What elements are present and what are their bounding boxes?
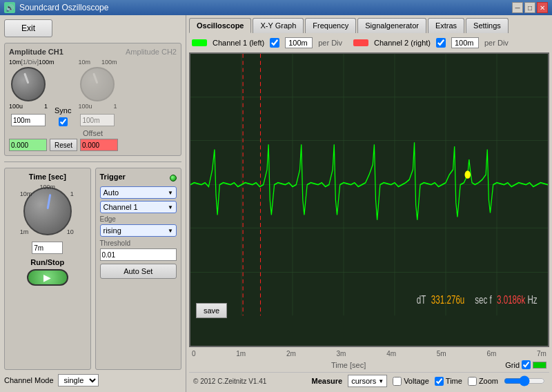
ch2-input[interactable] xyxy=(80,114,115,126)
time-label-top: 100m xyxy=(39,184,55,190)
trigger-title: Trigger xyxy=(100,173,126,181)
auto-set-button[interactable]: Auto Set xyxy=(100,264,177,279)
ch2-top-right-label: 100m xyxy=(101,59,117,66)
ch2-sync-row xyxy=(80,114,115,126)
run-stop-label: Run/Stop xyxy=(9,258,86,266)
tab-xy-graph[interactable]: X-Y Graph xyxy=(253,18,304,33)
ch2-checkbox[interactable] xyxy=(436,38,446,48)
time-knob-container: 100m 10m 1 1m 10 xyxy=(20,184,75,239)
left-panel: Exit Amplitude CH1 Amplitude CH2 10m [1/… xyxy=(0,15,186,392)
time-labels: 100m 10m 1 1m 10 xyxy=(20,184,75,239)
ch2-per-div-value[interactable] xyxy=(451,37,479,48)
scope-svg: dT 331.276u sec f 3.0186k Hz xyxy=(190,54,548,346)
tab-signalgenerator[interactable]: Signalgenerator xyxy=(357,18,426,33)
ch1-knob-group: 10m [1/Div] 100m 100u 1 xyxy=(9,59,48,126)
amplitude-header: Amplitude CH1 Amplitude CH2 xyxy=(9,48,177,56)
ch2-per-div-label: per Div xyxy=(484,39,509,47)
channel-mode-row: Channel Mode single dual xyxy=(4,373,181,388)
x-label-4m: 4m xyxy=(386,350,396,357)
app-icon: 🔊 xyxy=(4,2,15,13)
ch1-top-left-label: 10m xyxy=(9,59,21,66)
offset-section: Offset Reset xyxy=(9,129,177,151)
tab-frequency[interactable]: Frequency xyxy=(305,18,356,33)
grid-checkbox[interactable] xyxy=(522,360,531,369)
sync-checkbox[interactable] xyxy=(59,117,68,126)
close-button[interactable]: ✕ xyxy=(537,2,548,13)
ch1-checkbox[interactable] xyxy=(270,38,279,48)
measure-row: © 2012 C.Zeitnitz V1.41 Measure cursors … xyxy=(189,372,549,389)
zoom-checkbox[interactable] xyxy=(468,377,477,386)
trigger-channel-label: Channel 1 xyxy=(103,203,138,211)
unit-div-label: [1/Div] xyxy=(21,59,39,66)
scope-footer: Time [sec] Grid xyxy=(189,360,549,369)
threshold-label: Threshold xyxy=(100,239,177,247)
x-axis-title: Time [sec] xyxy=(192,361,505,369)
zoom-label: Zoom xyxy=(479,377,498,385)
tab-oscilloscope[interactable]: Oscilloscope xyxy=(189,18,251,33)
grid-label: Grid xyxy=(505,361,520,369)
copyright-label: © 2012 C.Zeitnitz V1.41 xyxy=(193,378,266,385)
ch2-amplitude-knob[interactable] xyxy=(80,67,115,101)
offset-label: Offset xyxy=(9,129,177,137)
measure-section: Measure cursors ▼ Voltage Time Zoom xyxy=(312,375,546,387)
ch1-amplitude-knob[interactable] xyxy=(11,67,46,101)
zoom-slider[interactable] xyxy=(504,376,545,386)
edge-rising-label: rising xyxy=(103,226,121,235)
ch2-bottom-right-label: 1 xyxy=(113,103,117,110)
trigger-auto-label: Auto xyxy=(103,188,119,197)
dt-value-text: 331.276u xyxy=(431,293,464,306)
cursors-arrow: ▼ xyxy=(378,378,384,384)
channel-mode-label: Channel Mode xyxy=(4,376,54,384)
dt-label-text: dT xyxy=(417,293,426,306)
maximize-button[interactable]: □ xyxy=(524,2,535,13)
x-label-3m: 3m xyxy=(337,350,346,357)
ch1-input[interactable] xyxy=(11,114,46,126)
bottom-left: Time [sec] 100m 10m 1 1m 10 Run/Stop xyxy=(4,168,181,370)
tab-extras[interactable]: Extras xyxy=(428,18,464,33)
voltage-checkbox[interactable] xyxy=(393,377,402,386)
ch1-label: Channel 1 (left) xyxy=(213,39,264,47)
x-label-0: 0 xyxy=(192,350,196,357)
ch1-per-div-value[interactable] xyxy=(285,37,313,48)
ch2-offset-input[interactable] xyxy=(80,139,118,151)
scope-display: dT 331.276u sec f 3.0186k Hz save xyxy=(189,52,549,347)
f-value-text: 3.0186k xyxy=(497,293,526,306)
main-container: Exit Amplitude CH1 Amplitude CH2 10m [1/… xyxy=(0,15,552,392)
time-checkbox[interactable] xyxy=(435,377,444,386)
grid-color xyxy=(533,362,546,369)
trigger-led xyxy=(170,175,177,182)
trigger-auto-button[interactable]: Auto ▼ xyxy=(100,186,177,199)
ch2-label: Channel 2 (right) xyxy=(374,39,431,47)
time-label-tl: 10m xyxy=(20,190,32,197)
amplitude-ch2-title: Amplitude CH2 xyxy=(126,48,177,56)
time-title: Time [sec] xyxy=(9,173,86,181)
ch1-offset-input[interactable] xyxy=(9,139,47,151)
reset-button[interactable]: Reset xyxy=(50,139,77,151)
edge-rising-button[interactable]: rising ▼ xyxy=(100,224,177,237)
x-label-6m: 6m xyxy=(486,350,496,357)
tab-settings[interactable]: Settings xyxy=(466,18,509,33)
trigger-channel-button[interactable]: Channel 1 ▼ xyxy=(100,201,177,213)
run-stop-button[interactable]: ▶ xyxy=(27,269,68,286)
time-check: Time xyxy=(435,377,462,386)
trigger-section: Trigger Auto ▼ Channel 1 ▼ Edge rising ▼… xyxy=(95,168,182,370)
x-label-2m: 2m xyxy=(286,350,296,357)
edge-label: Edge xyxy=(100,215,177,223)
offset-row: Reset xyxy=(9,139,177,151)
trigger-header: Trigger xyxy=(100,173,177,184)
cursors-button[interactable]: cursors ▼ xyxy=(348,375,387,387)
channel-mode-select[interactable]: single dual xyxy=(58,374,99,386)
save-button[interactable]: save xyxy=(196,303,227,318)
x-axis-labels: 0 1m 2m 3m 4m 5m 6m 7m xyxy=(190,350,548,357)
sync-label: Sync xyxy=(55,106,71,115)
minimize-button[interactable]: ─ xyxy=(512,2,523,13)
threshold-input[interactable] xyxy=(100,248,177,261)
time-label-br: 10 xyxy=(67,228,74,235)
measure-label: Measure xyxy=(312,377,343,385)
ch1-top-right-label: 100m xyxy=(39,59,55,66)
app-title: Soundcard Oszilloscope xyxy=(19,3,108,12)
grid-check: Grid xyxy=(505,360,546,369)
time-input[interactable] xyxy=(32,242,63,254)
exit-button[interactable]: Exit xyxy=(4,19,52,37)
ch1-bottom-left-label: 100u xyxy=(9,103,23,110)
